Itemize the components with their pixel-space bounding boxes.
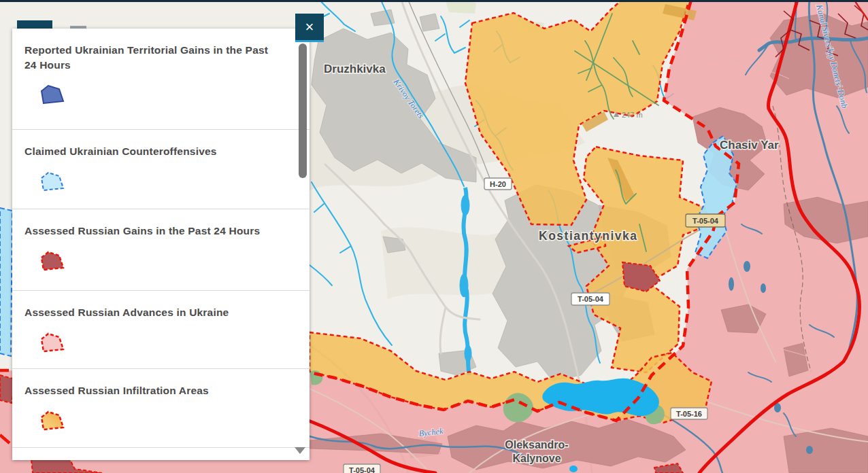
legend-scrollbar[interactable] — [297, 29, 308, 460]
legend-item-label: Reported Ukrainian Territorial Gains in … — [24, 43, 277, 72]
legend-item-russian-infiltration: Assessed Russian Infiltration Areas — [12, 369, 310, 448]
shield-label: T-05-04 — [692, 217, 719, 225]
road-shield: T-05-04 — [344, 464, 380, 473]
legend-item-russian-gains: Assessed Russian Gains in the Past 24 Ho… — [12, 209, 310, 291]
road-shield: T-05-16 — [671, 408, 707, 419]
road-shield: T-05-04 — [571, 293, 610, 305]
solid-blue-polygon-icon — [37, 83, 67, 106]
legend-item-russian-advances: Assessed Russian Advances in Ukraine — [12, 291, 310, 369]
window-edge — [0, 0, 868, 2]
elevation-label: 247 m — [622, 111, 643, 119]
scrollbar-thumb[interactable] — [299, 43, 307, 178]
shield-label: H-20 — [490, 180, 506, 188]
road-shield: T-05-04 — [686, 214, 725, 227]
legend-item-label: Assessed Russian Advances in Ukraine — [24, 305, 277, 320]
close-button[interactable]: × — [295, 14, 324, 42]
shield-label: T-05-04 — [349, 466, 375, 473]
scroll-down-arrow-icon[interactable] — [295, 447, 305, 454]
pond — [569, 466, 578, 472]
dashed-pink-polygon-icon — [37, 331, 67, 354]
dashed-light-blue-polygon-icon — [37, 170, 67, 193]
place-label-kalynove: Kalynove — [512, 453, 561, 464]
legend-panel: Reported Ukrainian Territorial Gains in … — [12, 29, 310, 460]
close-icon: × — [305, 18, 314, 36]
legend-item-ukrainian-counteroffensives: Claimed Ukrainian Counteroffensives — [12, 130, 310, 209]
dashed-dark-red-polygon-icon — [37, 249, 67, 273]
shield-label: T-05-04 — [578, 295, 604, 303]
legend-item-ukrainian-gains: Reported Ukrainian Territorial Gains in … — [12, 29, 310, 130]
place-label-chasiv-yar: Chasiv Yar — [720, 139, 779, 152]
place-label-kostiantynivka: Kostiantynivka — [539, 229, 637, 243]
place-label-oleksandro: Oleksandro- — [505, 439, 568, 451]
legend-item-label: Claimed Ukrainian Counteroffensives — [24, 144, 277, 159]
legend-item-label: Assessed Russian Infiltration Areas — [24, 383, 277, 398]
legend-item-label: Assessed Russian Gains in the Past 24 Ho… — [24, 224, 277, 239]
shield-label: T-05-16 — [676, 410, 702, 418]
road-shield: H-20 — [484, 178, 512, 190]
dashed-yellow-polygon-icon — [37, 409, 67, 432]
place-label-druzhkivka: Druzhkivka — [324, 63, 386, 75]
legend-stub-row — [12, 448, 310, 459]
